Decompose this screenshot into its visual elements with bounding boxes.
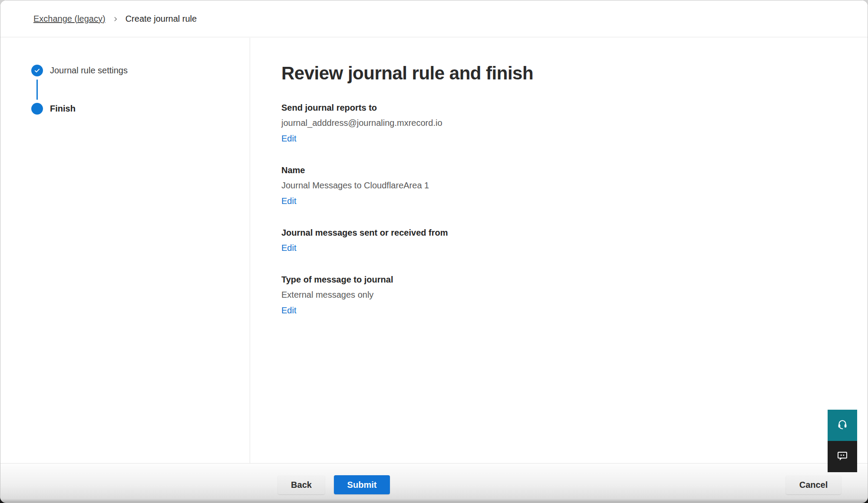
section-send-journal-reports-to: Send journal reports to journal_adddress… (281, 102, 868, 144)
step-label: Journal rule settings (50, 66, 128, 76)
content-area: Journal rule settings Finish Review jour… (0, 38, 868, 463)
breadcrumb-chevron-icon (112, 16, 119, 22)
review-panel: Review journal rule and finish Send jour… (250, 38, 868, 463)
step-connector-line (36, 79, 38, 100)
edit-type-of-message-link[interactable]: Edit (281, 305, 296, 316)
edit-send-journal-reports-link[interactable]: Edit (281, 133, 296, 144)
wizard-step-journal-rule-settings[interactable]: Journal rule settings (31, 65, 250, 76)
edit-name-link[interactable]: Edit (281, 195, 296, 207)
page-title: Review journal rule and finish (281, 62, 868, 85)
submit-button[interactable]: Submit (334, 475, 390, 494)
page-header: Exchange (legacy) Create journal rule (0, 0, 868, 37)
section-label: Journal messages sent or received from (281, 227, 868, 238)
step-current-dot-icon (31, 103, 43, 115)
wizard-step-finish[interactable]: Finish (31, 103, 250, 115)
headset-icon (836, 418, 848, 432)
section-value: journal_adddress@journaling.mxrecord.io (281, 117, 868, 128)
breadcrumb-exchange-legacy-link[interactable]: Exchange (legacy) (33, 14, 106, 24)
wizard-steps-panel: Journal rule settings Finish (0, 38, 250, 463)
section-label: Send journal reports to (281, 102, 868, 113)
create-journal-rule-window: Exchange (legacy) Create journal rule Jo… (0, 0, 868, 503)
help-support-button[interactable] (828, 410, 857, 441)
section-value: Journal Messages to CloudflareArea 1 (281, 180, 868, 191)
footer-action-bar: Back Submit Cancel (0, 463, 868, 503)
feedback-button[interactable] (828, 441, 857, 472)
cancel-button[interactable]: Cancel (786, 475, 841, 494)
edit-journal-messages-link[interactable]: Edit (281, 242, 296, 253)
section-label: Type of message to journal (281, 274, 868, 285)
section-value: External messages only (281, 289, 868, 300)
chat-bubble-icon (836, 450, 848, 464)
section-type-of-message: Type of message to journal External mess… (281, 274, 868, 316)
section-label: Name (281, 164, 868, 176)
step-label: Finish (50, 104, 76, 114)
breadcrumb-current-page: Create journal rule (125, 14, 197, 24)
breadcrumb: Exchange (legacy) Create journal rule (33, 14, 197, 24)
back-button[interactable]: Back (278, 475, 325, 494)
section-journal-messages-sent-or-received: Journal messages sent or received from E… (281, 227, 868, 253)
section-name: Name Journal Messages to CloudflareArea … (281, 164, 868, 207)
step-completed-check-icon (31, 65, 43, 76)
